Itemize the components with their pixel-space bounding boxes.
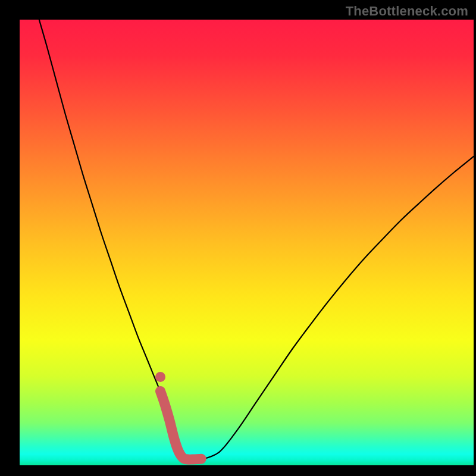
chart-frame: [0, 0, 476, 476]
marker-dot-icon: [155, 372, 165, 382]
bottleneck-chart: [0, 0, 476, 476]
watermark-text: TheBottleneck.com: [346, 4, 468, 19]
gradient-background: [20, 20, 474, 465]
